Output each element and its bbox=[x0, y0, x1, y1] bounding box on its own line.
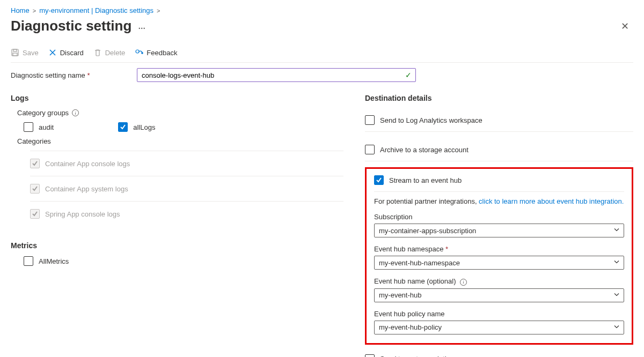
svg-point-4 bbox=[142, 53, 143, 54]
category-item: Container App system logs bbox=[30, 176, 343, 201]
delete-button[interactable]: Delete bbox=[93, 48, 126, 57]
categories-label: Categories bbox=[17, 137, 343, 145]
logs-header: Logs bbox=[11, 94, 343, 102]
audit-checkbox[interactable] bbox=[24, 122, 33, 132]
save-icon bbox=[11, 48, 19, 57]
breadcrumb: Home > my-environment | Diagnostic setti… bbox=[11, 6, 633, 14]
breadcrumb-env[interactable]: my-environment | Diagnostic settings bbox=[39, 6, 153, 14]
setting-name-input[interactable] bbox=[137, 68, 416, 82]
metrics-header: Metrics bbox=[11, 241, 343, 250]
info-icon[interactable]: i bbox=[72, 109, 79, 116]
destination-header: Destination details bbox=[365, 94, 633, 102]
breadcrumb-separator: > bbox=[33, 8, 36, 14]
category-item: Container App console logs bbox=[30, 151, 343, 176]
allmetrics-checkbox[interactable] bbox=[24, 256, 33, 266]
helper-text: For potential partner integrations, clic… bbox=[374, 197, 624, 205]
category-checkbox bbox=[30, 159, 40, 168]
log-analytics-label: Send to Log Analytics workspace bbox=[380, 116, 482, 124]
storage-label: Archive to a storage account bbox=[380, 146, 469, 154]
audit-label: audit bbox=[39, 123, 54, 131]
svg-rect-2 bbox=[13, 53, 17, 56]
hubname-select[interactable]: my-event-hub bbox=[374, 288, 624, 302]
namespace-select[interactable]: my-event-hub-namespace bbox=[374, 256, 624, 270]
feedback-button[interactable]: Feedback bbox=[135, 48, 177, 57]
namespace-label: Event hub namespace * bbox=[374, 245, 624, 253]
save-button[interactable]: Save bbox=[11, 48, 39, 57]
close-button[interactable]: ✕ bbox=[617, 18, 633, 34]
info-icon[interactable]: i bbox=[460, 279, 467, 286]
category-checkbox bbox=[30, 209, 40, 219]
breadcrumb-home[interactable]: Home bbox=[11, 6, 30, 14]
feedback-icon bbox=[135, 48, 143, 57]
delete-icon bbox=[93, 48, 102, 57]
alllogs-checkbox[interactable] bbox=[118, 122, 128, 132]
alllogs-label: allLogs bbox=[133, 123, 155, 131]
policy-label: Event hub policy name bbox=[374, 310, 624, 318]
log-analytics-checkbox[interactable] bbox=[365, 115, 375, 125]
learn-more-link[interactable]: click to learn more about event hub inte… bbox=[479, 197, 624, 205]
partner-checkbox[interactable] bbox=[365, 354, 375, 358]
svg-rect-1 bbox=[13, 49, 17, 51]
hubname-label: Event hub name (optional) i bbox=[374, 277, 624, 286]
svg-point-3 bbox=[136, 50, 139, 53]
storage-checkbox[interactable] bbox=[365, 145, 375, 154]
setting-name-label: Diagnostic setting name * bbox=[11, 71, 137, 79]
subscription-label: Subscription bbox=[374, 213, 624, 221]
partner-label: Send to partner solution bbox=[380, 355, 454, 357]
category-groups-label: Category groups i bbox=[17, 109, 343, 117]
allmetrics-label: AllMetrics bbox=[39, 257, 69, 265]
category-checkbox bbox=[30, 184, 40, 194]
more-menu[interactable]: … bbox=[138, 22, 147, 31]
page-title: Diagnostic setting … bbox=[11, 18, 147, 34]
discard-button[interactable]: Discard bbox=[48, 48, 84, 57]
toolbar: Save Discard Delete Feedback bbox=[11, 45, 633, 63]
event-hub-label: Stream to an event hub bbox=[389, 176, 462, 184]
event-hub-checkbox[interactable] bbox=[374, 175, 384, 185]
category-item: Spring App console logs bbox=[30, 201, 343, 226]
subscription-select[interactable]: my-container-apps-subscription bbox=[374, 224, 624, 237]
validation-check-icon: ✓ bbox=[405, 71, 412, 79]
discard-icon bbox=[48, 48, 57, 57]
event-hub-section: Stream to an event hub For potential par… bbox=[365, 167, 633, 345]
policy-select[interactable]: my-event-hub-policy bbox=[374, 321, 624, 334]
breadcrumb-separator: > bbox=[157, 8, 160, 14]
